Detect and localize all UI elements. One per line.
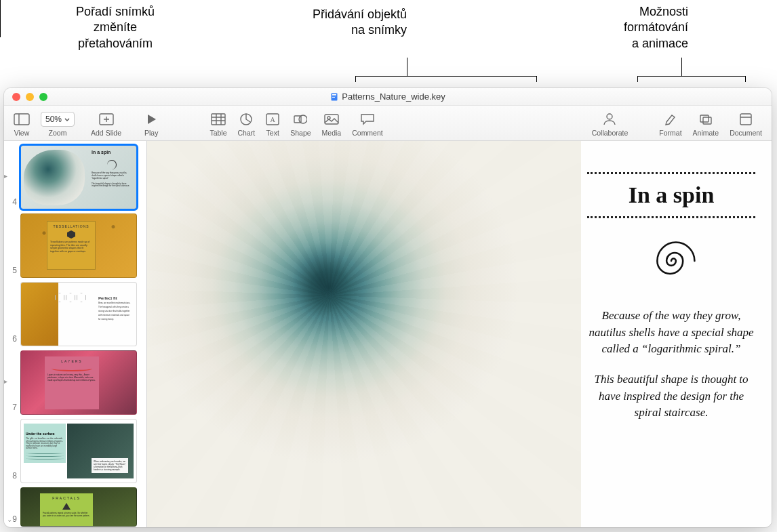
slide-number: 6 xyxy=(5,334,19,346)
slide-navigator[interactable]: ▸ 4 In a spin Because of the way they gr… xyxy=(4,141,147,527)
slide-thumbnail[interactable]: LAYERS Layers in nature can be very, ver… xyxy=(20,350,137,415)
svg-rect-4 xyxy=(14,114,29,125)
format-button[interactable]: Format xyxy=(654,109,687,137)
disclosure-icon[interactable]: ▸ xyxy=(4,377,7,385)
slide-number: 4 xyxy=(5,197,19,209)
table-button[interactable]: Table xyxy=(204,109,232,137)
svg-text:A: A xyxy=(271,116,276,123)
text-button[interactable]: A Text xyxy=(260,109,285,137)
chart-button[interactable]: Chart xyxy=(233,109,261,137)
slide-body-2[interactable]: This beautiful shape is thought to have … xyxy=(587,371,755,422)
slide-number: 7 xyxy=(5,403,19,415)
slide-thumbnail[interactable]: Under the surfaceThe gills—or lamellae—o… xyxy=(20,419,137,483)
disclosure-icon[interactable]: ▸ xyxy=(4,172,7,180)
animate-button[interactable]: Animate xyxy=(688,109,725,137)
toolbar: View 50% Zoom Add Slide Play Table Chart… xyxy=(4,106,772,141)
svg-point-21 xyxy=(607,114,612,119)
comment-button[interactable]: Comment xyxy=(346,109,388,137)
callout-format-animate: Možnosti formátování a animace xyxy=(576,4,688,52)
app-window: Patterns_Nature_wide.key View 50% Zoom A… xyxy=(4,88,772,527)
svg-rect-24 xyxy=(740,114,751,125)
svg-rect-3 xyxy=(332,97,335,98)
slide-thumbnail[interactable]: TESSELLATIONS Tessellations are patterns… xyxy=(20,213,137,278)
slide-thumbnail[interactable]: Perfect fitBees are excellent mathematic… xyxy=(20,282,137,346)
spiral-icon[interactable] xyxy=(642,232,700,290)
play-button[interactable]: Play xyxy=(139,109,163,137)
document-button[interactable]: Document xyxy=(724,109,768,137)
view-button[interactable]: View xyxy=(8,109,35,137)
callout-reorder: Pořadí snímků změníte přetahováním xyxy=(58,4,173,52)
callout-add-objects: Přidávání objektů na snímky xyxy=(278,7,407,39)
slide-thumbnail[interactable]: FRACTALS Fractal patterns repeat at ever… xyxy=(20,487,137,527)
slide-number: 5 xyxy=(5,266,19,278)
add-slide-button[interactable]: Add Slide xyxy=(85,109,127,137)
window-title: Patterns_Nature_wide.key xyxy=(342,91,445,102)
slide-number: 8 xyxy=(5,471,19,483)
titlebar: Patterns_Nature_wide.key xyxy=(4,88,772,106)
document-icon xyxy=(330,93,338,101)
chevron-down-icon[interactable]: ⌄ xyxy=(7,516,12,523)
slide-thumbnail[interactable]: In a spin Because of the way they grow, … xyxy=(20,145,137,209)
zoom-button[interactable]: 50% Zoom xyxy=(35,109,80,137)
collaborate-button[interactable]: Collaborate xyxy=(586,109,634,137)
svg-rect-22 xyxy=(700,115,709,122)
shape-button[interactable]: Shape xyxy=(285,109,316,137)
svg-point-18 xyxy=(299,115,307,123)
slide-canvas[interactable]: In a spin Because of the way they grow, … xyxy=(147,141,772,527)
svg-rect-2 xyxy=(332,96,336,96)
slide-body-1[interactable]: Because of the way they grow, nautilus s… xyxy=(587,308,755,358)
svg-rect-9 xyxy=(212,114,225,125)
slide-title[interactable]: In a spin xyxy=(587,178,755,212)
svg-rect-23 xyxy=(703,117,711,124)
svg-rect-19 xyxy=(325,115,338,124)
svg-rect-1 xyxy=(332,94,336,95)
slide-image[interactable] xyxy=(147,141,581,527)
media-button[interactable]: Media xyxy=(317,109,347,137)
